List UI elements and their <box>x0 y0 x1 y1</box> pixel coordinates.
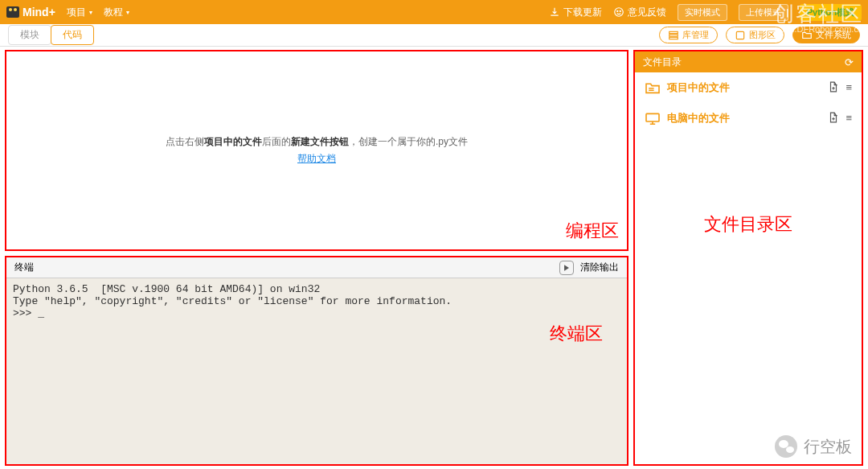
refresh-icon[interactable]: ⟳ <box>845 56 854 68</box>
menu-project[interactable]: 项目 <box>67 6 92 19</box>
wechat-icon <box>775 435 797 458</box>
help-doc-link[interactable]: 帮助文档 <box>297 152 336 166</box>
new-file-icon-2[interactable] <box>828 112 839 125</box>
menu-tutorial[interactable]: 教程 <box>104 6 129 19</box>
file-row-project[interactable]: 项目中的文件 ≡ <box>635 72 862 103</box>
mode-realtime-button[interactable]: 实时模式 <box>678 4 727 21</box>
download-icon <box>549 6 560 18</box>
lib-icon <box>668 30 679 41</box>
terminal-area: 终端 清除输出 Python 3.6.5 [MSC v.1900 64 bit … <box>5 256 628 466</box>
feedback-link[interactable]: 意见反馈 <box>613 6 666 19</box>
editor-area: 点击右侧项目中的文件后面的新建文件按钮，创建一个属于你的.py文件 帮助文档 编… <box>5 50 628 251</box>
toolbar: 模块 代码 库管理 图形区 文件系统 <box>0 24 868 47</box>
file-panel: 文件目录 ⟳ 项目中的文件 ≡ 电脑中的文件 <box>633 50 863 466</box>
svg-point-0 <box>614 8 623 17</box>
app-logo: Mind+ <box>6 6 55 19</box>
file-panel-title: 文件目录 <box>643 56 682 69</box>
new-file-icon[interactable] <box>828 81 839 95</box>
terminal-area-label: 终端区 <box>550 322 603 346</box>
watermark-url: mc.DFRobot.com.cn <box>773 24 863 34</box>
run-icon <box>563 264 571 272</box>
file-row-computer[interactable]: 电脑中的文件 ≡ <box>635 103 862 134</box>
svg-rect-3 <box>669 31 678 33</box>
lib-manage-button[interactable]: 库管理 <box>659 27 718 43</box>
app-header: Mind+ 项目 教程 下载更新 意见反馈 实时模式 上传模式 Python模式 <box>0 0 868 24</box>
content-area: 点击右侧项目中的文件后面的新建文件按钮，创建一个属于你的.py文件 帮助文档 编… <box>0 47 868 469</box>
view-tabs: 模块 代码 <box>8 25 93 45</box>
download-update-link[interactable]: 下载更新 <box>549 6 602 19</box>
clear-output-button[interactable]: 清除输出 <box>580 261 619 274</box>
menu-icon[interactable]: ≡ <box>845 81 852 95</box>
watermark-top: 创客社区 mc.DFRobot.com.cn <box>773 3 863 34</box>
svg-rect-6 <box>736 31 743 39</box>
svg-rect-4 <box>669 34 678 35</box>
computer-folder-icon <box>645 112 661 125</box>
file-area-label: 文件目录区 <box>704 212 792 237</box>
file-row-computer-label: 电脑中的文件 <box>667 111 730 125</box>
tab-block[interactable]: 模块 <box>8 25 51 45</box>
svg-rect-5 <box>669 37 678 39</box>
file-row-project-label: 项目中的文件 <box>667 80 730 95</box>
terminal-body[interactable]: Python 3.6.5 [MSC v.1900 64 bit AMD64)] … <box>6 278 627 464</box>
svg-point-2 <box>620 10 620 11</box>
right-column: 文件目录 ⟳ 项目中的文件 ≡ 电脑中的文件 <box>633 47 868 469</box>
watermark-bottom: 行空板 <box>775 435 852 458</box>
feedback-icon <box>613 6 624 18</box>
watermark-title: 创客社区 <box>773 3 863 24</box>
watermark-bottom-text: 行空板 <box>804 436 852 458</box>
left-column: 点击右侧项目中的文件后面的新建文件按钮，创建一个属于你的.py文件 帮助文档 编… <box>0 47 633 469</box>
graphic-icon <box>735 30 746 41</box>
svg-point-1 <box>616 10 617 11</box>
run-icon-button[interactable] <box>559 261 574 275</box>
svg-rect-7 <box>646 113 659 121</box>
editor-hint: 点击右侧项目中的文件后面的新建文件按钮，创建一个属于你的.py文件 <box>166 135 468 149</box>
project-folder-icon <box>645 81 661 94</box>
file-panel-header: 文件目录 ⟳ <box>635 51 862 72</box>
editor-area-label: 编程区 <box>566 219 619 243</box>
tab-code[interactable]: 代码 <box>51 25 94 45</box>
terminal-title: 终端 <box>14 261 34 274</box>
terminal-header: 终端 清除输出 <box>6 257 627 278</box>
logo-text: Mind+ <box>23 6 55 19</box>
logo-icon <box>6 6 19 18</box>
menu-icon-2[interactable]: ≡ <box>845 112 852 125</box>
